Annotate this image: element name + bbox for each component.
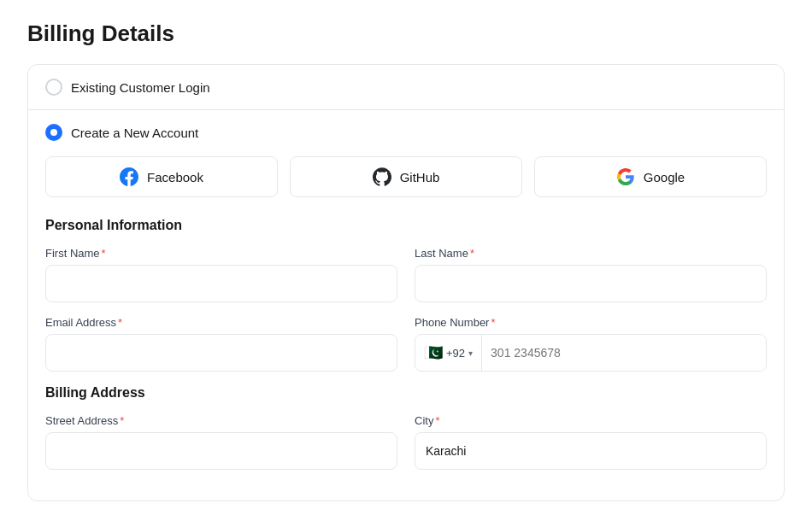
- city-label: City*: [415, 414, 767, 427]
- google-button[interactable]: Google: [534, 156, 767, 197]
- chevron-down-icon: ▾: [468, 348, 473, 358]
- github-icon: [373, 167, 391, 186]
- page-title: Billing Details: [27, 20, 785, 47]
- existing-customer-radio[interactable]: [45, 79, 62, 96]
- create-account-row[interactable]: Create a New Account: [45, 124, 767, 141]
- personal-info-heading: Personal Information: [45, 218, 767, 233]
- facebook-button[interactable]: Facebook: [45, 156, 278, 197]
- email-label: Email Address*: [45, 316, 397, 329]
- street-group: Street Address*: [45, 414, 397, 470]
- phone-number-input[interactable]: [482, 335, 766, 371]
- first-name-input[interactable]: [45, 265, 397, 302]
- google-icon: [616, 167, 635, 186]
- last-name-input[interactable]: [415, 265, 767, 302]
- existing-customer-label: Existing Customer Login: [71, 80, 210, 95]
- billing-card: Existing Customer Login Create a New Acc…: [27, 64, 785, 501]
- city-required: *: [435, 414, 439, 427]
- street-label: Street Address*: [45, 414, 397, 427]
- email-required: *: [118, 316, 122, 329]
- github-label: GitHub: [400, 170, 440, 184]
- phone-required: *: [491, 316, 495, 329]
- billing-address-heading: Billing Address: [45, 385, 767, 401]
- phone-label: Phone Number*: [415, 316, 767, 329]
- social-buttons-group: Facebook GitHub Google: [45, 156, 767, 197]
- contact-row: Email Address* Phone Number* 🇵🇰 +92 ▾: [45, 316, 767, 372]
- create-account-radio[interactable]: [45, 124, 62, 141]
- github-button[interactable]: GitHub: [290, 156, 522, 197]
- create-account-section: Create a New Account Facebook GitHub: [28, 110, 784, 501]
- facebook-icon: [120, 167, 138, 186]
- first-name-label: First Name*: [45, 247, 397, 260]
- email-input[interactable]: [45, 334, 397, 372]
- last-name-group: Last Name*: [415, 247, 767, 302]
- first-name-required: *: [102, 247, 106, 260]
- last-name-required: *: [470, 247, 474, 260]
- phone-country-selector[interactable]: 🇵🇰 +92 ▾: [415, 335, 482, 371]
- street-input[interactable]: [45, 432, 397, 470]
- phone-group: Phone Number* 🇵🇰 +92 ▾: [415, 316, 767, 372]
- street-required: *: [120, 414, 124, 427]
- email-group: Email Address*: [45, 316, 397, 372]
- facebook-label: Facebook: [147, 170, 203, 184]
- address-row: Street Address* City*: [45, 414, 767, 470]
- first-name-group: First Name*: [45, 247, 397, 302]
- create-account-label: Create a New Account: [71, 126, 198, 140]
- country-code: +92: [446, 347, 465, 360]
- flag-emoji: 🇵🇰: [424, 343, 443, 362]
- name-row: First Name* Last Name*: [45, 247, 767, 302]
- phone-input-wrapper: 🇵🇰 +92 ▾: [415, 334, 767, 372]
- city-input[interactable]: [415, 432, 767, 470]
- last-name-label: Last Name*: [415, 247, 767, 260]
- personal-info-section: Personal Information First Name* Last Na…: [45, 218, 767, 372]
- google-label: Google: [644, 170, 685, 184]
- billing-address-section: Billing Address Street Address* City*: [45, 385, 767, 470]
- city-group: City*: [415, 414, 767, 470]
- existing-customer-option[interactable]: Existing Customer Login: [28, 65, 784, 110]
